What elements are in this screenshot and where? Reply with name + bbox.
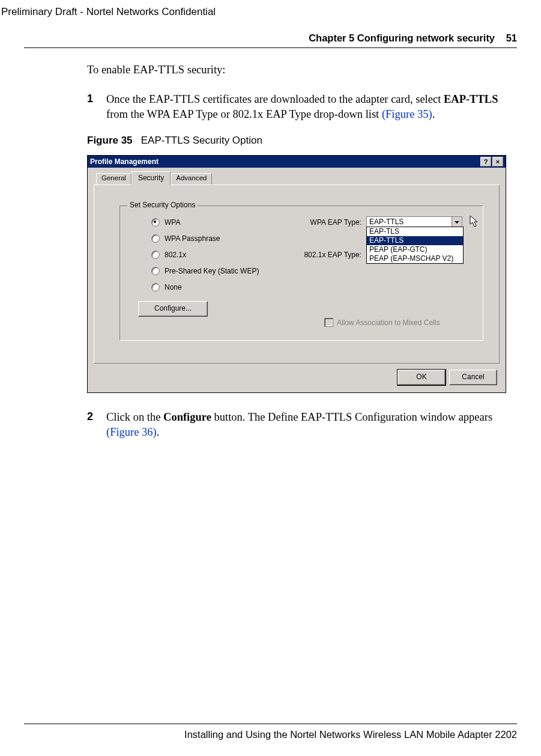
radio-wpa-passphrase[interactable] <box>151 234 160 243</box>
figure-caption-text: EAP-TTLS Security Option <box>141 135 262 146</box>
step-1-bold: EAP-TTLS <box>444 93 498 105</box>
step-1-text-a: Once the EAP-TTLS certificates are downl… <box>106 93 444 105</box>
allow-mixed-cells: Allow Association to Mixed Cells <box>324 318 440 327</box>
close-button[interactable]: × <box>492 157 503 166</box>
draft-header: Preliminary Draft - Nortel Networks Conf… <box>0 6 517 18</box>
dialog-title: Profile Management <box>90 156 159 168</box>
fieldset-legend: Set Security Options <box>127 201 198 209</box>
step-2-end: . <box>157 426 160 438</box>
radio-none[interactable] <box>151 283 160 291</box>
radio-wpa-passphrase-label: WPA Passphrase <box>165 234 220 243</box>
wpa-eap-type-combo[interactable]: EAP-TTLS EAP-TLS EAP-TTLS PEAP (EAP-GTC)… <box>366 216 462 228</box>
step-1-number: 1 <box>87 92 106 121</box>
help-button[interactable]: ? <box>480 157 491 166</box>
step-1: 1 Once the EAP-TTLS certificates are dow… <box>87 92 517 121</box>
security-options-fieldset: Set Security Options WPA WPA EAP Type: E… <box>119 206 483 341</box>
step-2: 2 Click on the Configure button. The Def… <box>87 410 517 439</box>
option-peap-gtc[interactable]: PEAP (EAP-GTC) <box>367 245 463 254</box>
row-none: None <box>128 282 474 293</box>
mouse-cursor-icon <box>470 215 480 231</box>
title-bar: Profile Management ? × <box>88 156 506 168</box>
tab-strip: General Security Advanced <box>88 168 506 184</box>
configure-button[interactable]: Configure... <box>138 301 208 317</box>
radio-psk[interactable] <box>151 267 160 275</box>
intro-text: To enable EAP-TTLS security: <box>87 64 517 76</box>
step-2-text-a: Click on the <box>106 411 163 423</box>
step-2-text-b: button. The Define EAP-TTLS Configuratio… <box>211 411 492 423</box>
option-eap-ttls[interactable]: EAP-TTLS <box>367 236 463 245</box>
mixed-cells-label: Allow Association to Mixed Cells <box>337 319 440 327</box>
page-number: 51 <box>506 32 517 43</box>
radio-8021x[interactable] <box>151 251 160 259</box>
tab-security[interactable]: Security <box>131 171 171 185</box>
dialog-buttons: OK Cancel <box>88 370 506 392</box>
8021x-eap-type-label: 802.1x EAP Type: <box>289 251 366 259</box>
tab-body: Set Security Options WPA WPA EAP Type: E… <box>94 184 500 364</box>
chapter-header: Chapter 5 Configuring network security 5… <box>24 32 517 48</box>
option-peap-mschap[interactable]: PEAP (EAP-MSCHAP V2) <box>367 254 463 263</box>
radio-none-label: None <box>165 283 182 291</box>
step-1-text-b: from the WPA EAP Type or 802.1x EAP Type… <box>106 108 382 120</box>
option-eap-tls[interactable]: EAP-TLS <box>367 227 463 236</box>
ok-button[interactable]: OK <box>397 370 446 385</box>
eap-type-dropdown-list: EAP-TLS EAP-TTLS PEAP (EAP-GTC) PEAP (EA… <box>366 227 464 264</box>
wpa-eap-type-label: WPA EAP Type: <box>289 218 366 227</box>
page-footer: Installing and Using the Nortel Networks… <box>24 724 517 740</box>
radio-wpa[interactable] <box>151 218 160 227</box>
step-2-number: 2 <box>87 410 106 439</box>
figure-35-link[interactable]: (Figure 35) <box>382 108 432 120</box>
mixed-cells-checkbox <box>324 318 333 327</box>
figure-label: Figure 35 <box>87 135 133 146</box>
radio-8021x-label: 802.1x <box>165 251 186 259</box>
row-wpa: WPA WPA EAP Type: EAP-TTLS EAP-TLS EAP-T… <box>128 217 474 228</box>
figure-caption: Figure 35 EAP-TTLS Security Option <box>87 135 517 147</box>
footer-text: Installing and Using the Nortel Networks… <box>24 724 517 740</box>
radio-psk-label: Pre-Shared Key (Static WEP) <box>165 267 259 275</box>
radio-wpa-label: WPA <box>165 218 180 227</box>
profile-management-dialog: Profile Management ? × General Security … <box>87 155 506 393</box>
chapter-title: Chapter 5 Configuring network security <box>309 32 495 43</box>
row-psk: Pre-Shared Key (Static WEP) <box>128 266 474 276</box>
figure-36-link[interactable]: (Figure 36) <box>106 426 157 438</box>
step-1-end: . <box>432 108 435 120</box>
step-2-bold: Configure <box>163 411 211 423</box>
cancel-button[interactable]: Cancel <box>449 370 497 385</box>
